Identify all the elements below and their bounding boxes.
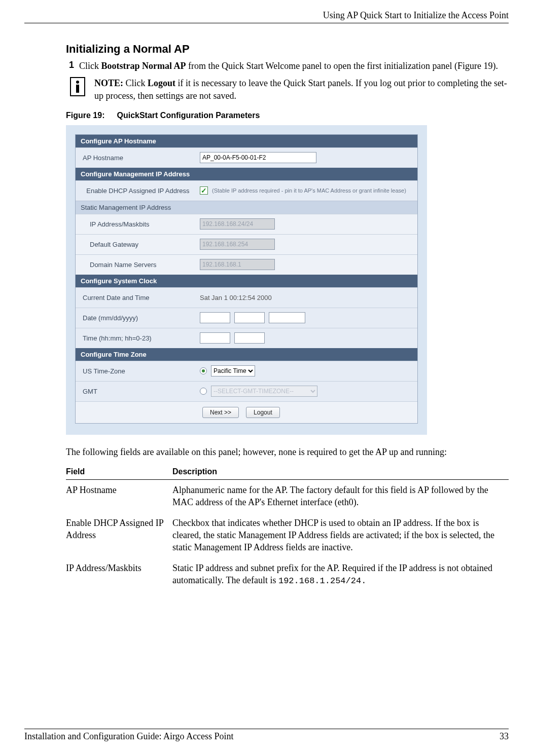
- note-block: NOTE: Click Logout if it is necessary to…: [66, 77, 509, 102]
- section-header-clock: Configure System Clock: [76, 275, 417, 287]
- row-us-tz: US Time-Zone Pacific Time: [76, 361, 417, 381]
- label-current-dt: Current Date and Time: [76, 291, 195, 305]
- field-table: Field Description AP Hostname Alphanumer…: [66, 465, 509, 591]
- step-number: 1: [66, 60, 79, 72]
- row-ipmask: IP Address/Maskbits: [76, 214, 417, 234]
- th-field: Field: [66, 465, 172, 480]
- input-date-mm[interactable]: [200, 312, 230, 323]
- next-button[interactable]: Next >>: [202, 407, 239, 418]
- page-footer: Installation and Configuration Guide: Ai…: [24, 729, 509, 742]
- select-us-tz[interactable]: Pacific Time: [211, 365, 255, 376]
- note-text: NOTE: Click Logout if it is necessary to…: [94, 77, 509, 102]
- note-pre: Click: [123, 78, 148, 88]
- footer-left: Installation and Configuration Guide: Ai…: [24, 731, 234, 742]
- subheader-static-ip: Static Management IP Address: [76, 201, 417, 214]
- row-ap-hostname: AP Hostname: [76, 147, 417, 168]
- logout-button[interactable]: Logout: [246, 407, 280, 418]
- section-header-ip: Configure Management IP Address: [76, 168, 417, 180]
- row-dhcp: Enable DHCP Assigned IP Address ✓ (Stabl…: [76, 180, 417, 201]
- running-header: Using AP Quick Start to Initialize the A…: [24, 10, 509, 23]
- row-time: Time (hh:mm; hh=0-23): [76, 328, 417, 348]
- label-dhcp: Enable DHCP Assigned IP Address: [76, 184, 195, 198]
- row-date: Date (mm/dd/yyyy): [76, 308, 417, 328]
- input-dns: [200, 259, 275, 270]
- field-desc: Alphanumeric name for the AP. The factor…: [172, 480, 509, 513]
- step-text-pre: Click: [79, 61, 101, 71]
- step-text-bold: Bootstrap Normal AP: [101, 61, 186, 71]
- field-name: IP Address/Maskbits: [66, 558, 172, 591]
- label-ap-hostname: AP Hostname: [76, 151, 195, 165]
- input-ipmask: [200, 218, 275, 230]
- table-row: AP Hostname Alphanumeric name for the AP…: [66, 480, 509, 513]
- note-label: NOTE:: [94, 78, 123, 88]
- label-gmt: GMT: [76, 385, 195, 398]
- button-row: Next >> Logout: [76, 401, 417, 423]
- row-dns: Domain Name Servers: [76, 254, 417, 275]
- section-header-hostname: Configure AP Hostname: [76, 135, 417, 147]
- figure-caption: Figure 19:QuickStart Configuration Param…: [66, 111, 509, 120]
- input-time-hh[interactable]: [200, 332, 230, 344]
- section-title: Initializing a Normal AP: [66, 43, 509, 56]
- field-desc: Static IP address and subnet prefix for …: [172, 558, 509, 591]
- step-text-post: from the Quick Start Welcome panel to op…: [186, 61, 498, 71]
- hint-dhcp: (Stable IP address required - pin it to …: [212, 187, 406, 194]
- value-current-dt: Sat Jan 1 00:12:54 2000: [195, 291, 417, 305]
- field-name: AP Hostname: [66, 480, 172, 513]
- info-icon: [70, 77, 85, 96]
- label-time: Time (hh:mm; hh=0-23): [76, 331, 195, 345]
- figure-label: Figure 19:: [66, 111, 104, 120]
- input-date-yyyy[interactable]: [269, 312, 305, 323]
- step-text: Click Bootstrap Normal AP from the Quick…: [79, 60, 509, 72]
- checkbox-dhcp[interactable]: ✓: [200, 186, 208, 195]
- input-ap-hostname[interactable]: [200, 152, 316, 163]
- page-number: 33: [500, 731, 509, 742]
- label-ipmask: IP Address/Maskbits: [76, 217, 195, 231]
- row-current-dt: Current Date and Time Sat Jan 1 00:12:54…: [76, 287, 417, 308]
- radio-us-tz[interactable]: [200, 367, 207, 374]
- radio-gmt[interactable]: [200, 388, 207, 395]
- label-dns: Domain Name Servers: [76, 258, 195, 272]
- fields-intro: The following fields are available on th…: [66, 446, 509, 458]
- table-row: IP Address/Maskbits Static IP address an…: [66, 558, 509, 591]
- input-gateway: [200, 239, 275, 250]
- figure-title: QuickStart Configuration Parameters: [117, 111, 260, 120]
- config-screenshot: Configure AP Hostname AP Hostname Config…: [66, 125, 427, 435]
- field-desc-code: 192.168.1.254/24.: [278, 576, 366, 586]
- field-desc: Checkbox that indicates whether DHCP is …: [172, 513, 509, 558]
- field-name: Enable DHCP Assigned IP Address: [66, 513, 172, 558]
- config-panel: Configure AP Hostname AP Hostname Config…: [75, 134, 418, 424]
- section-header-tz: Configure Time Zone: [76, 348, 417, 361]
- note-bold: Logout: [148, 78, 175, 88]
- select-gmt: --SELECT-GMT-TIMEZONE--: [211, 386, 317, 397]
- label-gateway: Default Gateway: [76, 238, 195, 251]
- input-time-mm[interactable]: [234, 332, 265, 344]
- row-gateway: Default Gateway: [76, 234, 417, 254]
- table-row: Enable DHCP Assigned IP Address Checkbox…: [66, 513, 509, 558]
- row-gmt: GMT --SELECT-GMT-TIMEZONE--: [76, 381, 417, 401]
- th-description: Description: [172, 465, 509, 480]
- label-us-tz: US Time-Zone: [76, 364, 195, 378]
- step-1: 1 Click Bootstrap Normal AP from the Qui…: [66, 60, 509, 72]
- input-date-dd[interactable]: [234, 312, 265, 323]
- label-date: Date (mm/dd/yyyy): [76, 311, 195, 325]
